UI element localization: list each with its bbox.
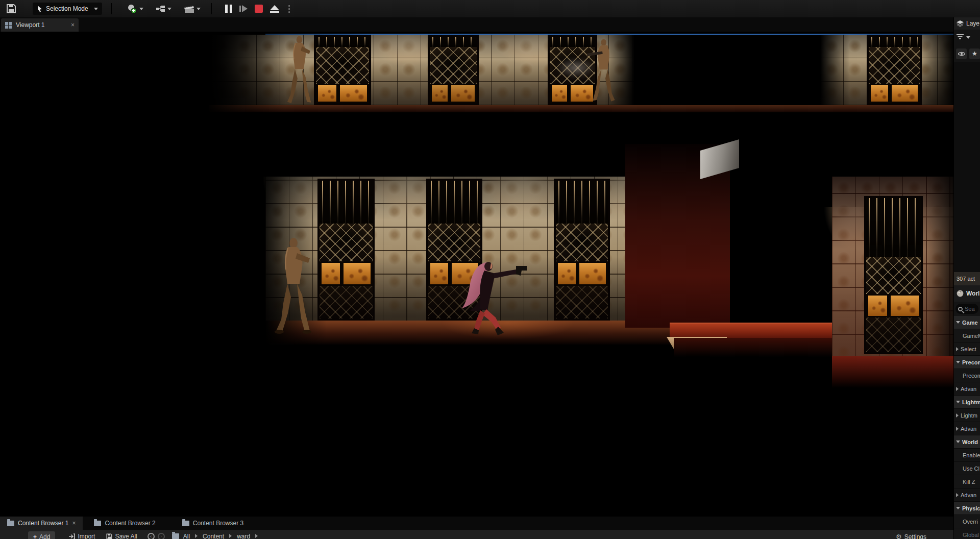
forward-button[interactable]: › <box>158 533 165 539</box>
breadcrumb-ward[interactable]: ward <box>237 533 250 539</box>
world-settings-tree: Game GameM Select Precom Precom Advan Li… <box>954 316 980 539</box>
glow-panel <box>340 85 367 102</box>
settings-label: Settings <box>904 533 926 539</box>
pause-button[interactable] <box>225 5 232 13</box>
window-lattice <box>866 257 921 294</box>
window-glow-row <box>430 84 477 103</box>
window-glow-row <box>316 84 369 103</box>
ws-row-kill-z[interactable]: Kill Z <box>954 475 980 488</box>
ws-row-enable[interactable]: Enable <box>954 449 980 462</box>
ws-row-advanced-3[interactable]: Advan <box>954 488 980 502</box>
main-toolbar: Selection Mode <box>0 0 980 17</box>
ws-row-advanced-1[interactable]: Advan <box>954 382 980 396</box>
close-icon[interactable]: × <box>71 21 75 29</box>
chevron-down-icon <box>139 8 143 10</box>
blueprint-icon <box>156 5 166 13</box>
import-label: Import <box>78 533 95 539</box>
breadcrumb-chevron-icon <box>229 534 232 538</box>
window-slats <box>316 37 369 47</box>
ws-section-precomputed[interactable]: Precom <box>954 356 980 369</box>
back-button[interactable]: ‹ <box>148 533 155 539</box>
import-button[interactable]: Import <box>68 533 95 539</box>
layers-filter-button[interactable] <box>954 30 980 45</box>
cinematics-button[interactable] <box>182 3 202 15</box>
add-actor-button[interactable] <box>125 2 145 15</box>
ws-row-lightmass[interactable]: Lightm <box>954 409 980 422</box>
ws-section-world[interactable]: World <box>954 435 980 449</box>
plus-icon: + <box>33 533 37 539</box>
ws-row-advanced-2[interactable]: Advan <box>954 422 980 435</box>
viewport-canvas[interactable]: Shift+F1 for Mouse Cursor <box>0 32 953 517</box>
upper-window-bay <box>428 35 479 105</box>
content-browser-tab-row: Content Browser 1 × Content Browser 2 Co… <box>0 517 953 530</box>
chevron-down-icon <box>94 8 98 10</box>
viewport-tab[interactable]: Viewport 1 × <box>1 18 79 32</box>
viewport-tab-row: Viewport 1 × <box>0 17 953 32</box>
cursor-icon <box>37 5 43 12</box>
unreal-editor-window: Selection Mode <box>0 0 980 539</box>
gear-icon: ⚙ <box>896 533 902 539</box>
eject-button[interactable] <box>270 5 279 13</box>
content-browser-tab-3[interactable]: Content Browser 3 <box>175 517 251 530</box>
character-girl-pistol <box>451 256 528 337</box>
content-browser-icon <box>182 521 189 526</box>
settings-button[interactable]: ⚙ Settings <box>896 533 926 539</box>
layers-icon <box>957 20 964 27</box>
save-icon <box>106 533 112 539</box>
window-slats <box>428 181 480 224</box>
character-soldier-lower <box>270 236 315 336</box>
content-browser-tab-2[interactable]: Content Browser 2 <box>87 517 162 530</box>
ws-row-use-cl[interactable]: Use Cl <box>954 462 980 475</box>
tab-label: Content Browser 1 <box>18 520 68 527</box>
world-settings-search[interactable]: Sea <box>954 302 980 316</box>
save-icon[interactable] <box>6 4 16 14</box>
ws-row-global[interactable]: Global <box>954 528 980 539</box>
tab-label: Content Browser 3 <box>193 520 243 527</box>
lower-window-bay <box>317 179 375 321</box>
ws-row-selected[interactable]: Select <box>954 342 980 356</box>
ws-section-game[interactable]: Game <box>954 316 980 329</box>
window-slats <box>866 198 921 257</box>
play-options-kebab[interactable] <box>288 5 290 13</box>
ws-section-physics[interactable]: Physic <box>954 502 980 515</box>
chevron-down-icon <box>966 36 970 39</box>
breadcrumb-all[interactable]: All <box>183 533 190 539</box>
window-slats <box>430 37 477 47</box>
upper-window-bay <box>867 35 922 105</box>
window-lower-lattice <box>556 286 608 318</box>
save-all-label: Save All <box>115 533 137 539</box>
visibility-eye-button[interactable] <box>956 48 967 59</box>
window-glow-row <box>866 294 921 317</box>
step-frame-button[interactable] <box>239 5 248 12</box>
blueprints-button[interactable] <box>154 3 173 14</box>
hint-arrow-icon <box>15 45 18 49</box>
layers-tab-label: Laye <box>966 20 979 27</box>
breadcrumb-content[interactable]: Content <box>203 533 224 539</box>
stop-button[interactable] <box>255 5 263 13</box>
content-browser-toolbar: + Add Import Save All ‹ › All Content <box>0 530 953 539</box>
selection-mode-label: Selection Mode <box>46 5 91 12</box>
add-label: Add <box>39 533 50 539</box>
ws-row-override[interactable]: Overri <box>954 515 980 528</box>
character-soldier-upper-right <box>584 38 625 104</box>
content-browser-tab-1[interactable]: Content Browser 1 × <box>0 517 83 530</box>
add-button[interactable]: + Add <box>28 531 55 539</box>
ws-row-gamemode[interactable]: GameM <box>954 329 980 342</box>
tab-label: Content Browser 2 <box>105 520 155 527</box>
favorite-star-button[interactable]: ★ <box>969 48 980 59</box>
breadcrumb-chevron-icon <box>195 534 198 538</box>
ws-row-precomputed[interactable]: Precom <box>954 369 980 382</box>
selection-mode-dropdown[interactable]: Selection Mode <box>33 3 102 15</box>
close-icon[interactable]: × <box>72 520 76 527</box>
ws-section-lightmass[interactable]: Lightm <box>954 396 980 409</box>
hint-text: Shift+F1 for Mouse Cursor <box>21 44 87 50</box>
clapperboard-icon <box>184 5 195 13</box>
layers-panel-tab[interactable]: Laye <box>954 17 980 30</box>
glow-panel <box>552 85 567 102</box>
upper-floor-slab <box>209 105 953 112</box>
save-all-button[interactable]: Save All <box>106 533 137 539</box>
viewport-icon <box>5 22 12 29</box>
right-dock-panel: Laye ★ 307 act <box>953 17 980 539</box>
window-slats <box>869 37 920 47</box>
world-settings-tab[interactable]: Worl <box>954 285 980 302</box>
